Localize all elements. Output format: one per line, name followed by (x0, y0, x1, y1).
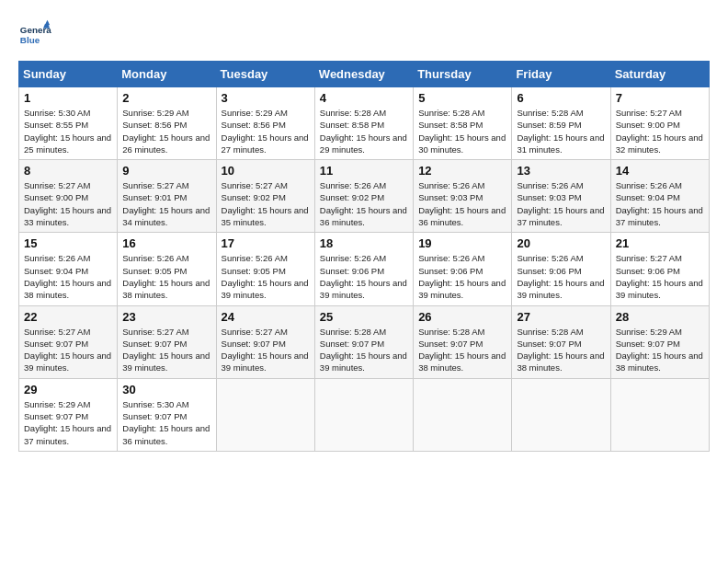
day-detail: Sunrise: 5:27 AMSunset: 9:07 PMDaylight:… (122, 327, 210, 373)
calendar-table: SundayMondayTuesdayWednesdayThursdayFrid… (18, 61, 710, 452)
calendar-cell: 3 Sunrise: 5:29 AMSunset: 8:56 PMDayligh… (216, 87, 314, 160)
header: General Blue (18, 18, 710, 52)
calendar-cell (216, 378, 314, 451)
day-number: 22 (24, 310, 112, 324)
calendar-cell: 17 Sunrise: 5:26 AMSunset: 9:05 PMDaylig… (216, 233, 314, 305)
day-detail: Sunrise: 5:28 AMSunset: 8:58 PMDaylight:… (418, 108, 506, 155)
weekday-header-saturday: Saturday (610, 62, 709, 87)
calendar-cell: 20 Sunrise: 5:26 AMSunset: 9:06 PMDaylig… (512, 233, 610, 305)
calendar-week-row: 15 Sunrise: 5:26 AMSunset: 9:04 PMDaylig… (19, 233, 710, 305)
calendar-cell: 6 Sunrise: 5:28 AMSunset: 8:59 PMDayligh… (512, 87, 610, 160)
weekday-header-sunday: Sunday (19, 62, 118, 87)
calendar-cell: 7 Sunrise: 5:27 AMSunset: 9:00 PMDayligh… (610, 87, 709, 160)
day-detail: Sunrise: 5:27 AMSunset: 9:02 PMDaylight:… (222, 180, 309, 227)
day-detail: Sunrise: 5:27 AMSunset: 9:07 PMDaylight:… (222, 327, 309, 373)
day-number: 27 (517, 310, 605, 324)
day-number: 30 (122, 383, 210, 396)
day-number: 7 (616, 91, 704, 105)
day-detail: Sunrise: 5:27 AMSunset: 9:07 PMDaylight:… (24, 327, 111, 373)
weekday-header-friday: Friday (512, 62, 610, 87)
day-number: 18 (320, 236, 408, 250)
calendar-cell: 11 Sunrise: 5:26 AMSunset: 9:02 PMDaylig… (314, 160, 413, 233)
calendar-cell: 29 Sunrise: 5:29 AMSunset: 9:07 PMDaylig… (19, 378, 118, 451)
calendar-cell: 28 Sunrise: 5:29 AMSunset: 9:07 PMDaylig… (610, 305, 709, 378)
day-detail: Sunrise: 5:28 AMSunset: 8:58 PMDaylight:… (320, 108, 407, 155)
day-detail: Sunrise: 5:29 AMSunset: 8:56 PMDaylight:… (122, 108, 210, 155)
calendar-cell: 4 Sunrise: 5:28 AMSunset: 8:58 PMDayligh… (314, 87, 413, 160)
day-detail: Sunrise: 5:29 AMSunset: 8:56 PMDaylight:… (222, 108, 309, 155)
calendar-cell: 24 Sunrise: 5:27 AMSunset: 9:07 PMDaylig… (216, 305, 314, 378)
day-detail: Sunrise: 5:27 AMSunset: 9:00 PMDaylight:… (616, 108, 703, 155)
calendar-week-row: 22 Sunrise: 5:27 AMSunset: 9:07 PMDaylig… (19, 305, 710, 378)
weekday-header-thursday: Thursday (414, 62, 512, 87)
calendar-cell: 12 Sunrise: 5:26 AMSunset: 9:03 PMDaylig… (414, 160, 512, 233)
day-number: 13 (517, 164, 605, 178)
day-number: 15 (24, 236, 112, 250)
day-number: 24 (222, 310, 310, 324)
day-number: 23 (122, 310, 210, 324)
day-number: 11 (320, 164, 408, 178)
calendar-cell: 13 Sunrise: 5:26 AMSunset: 9:03 PMDaylig… (512, 160, 610, 233)
day-number: 25 (320, 310, 408, 324)
day-number: 29 (24, 383, 112, 396)
calendar-cell: 1 Sunrise: 5:30 AMSunset: 8:55 PMDayligh… (19, 87, 118, 160)
calendar-cell: 22 Sunrise: 5:27 AMSunset: 9:07 PMDaylig… (19, 305, 118, 378)
day-detail: Sunrise: 5:28 AMSunset: 9:07 PMDaylight:… (320, 327, 407, 373)
weekday-header-tuesday: Tuesday (216, 62, 314, 87)
day-number: 6 (517, 91, 605, 105)
day-number: 3 (222, 91, 310, 105)
day-detail: Sunrise: 5:26 AMSunset: 9:06 PMDaylight:… (418, 253, 506, 300)
calendar-cell: 19 Sunrise: 5:26 AMSunset: 9:06 PMDaylig… (414, 233, 512, 305)
day-number: 16 (122, 236, 210, 250)
calendar-cell: 21 Sunrise: 5:27 AMSunset: 9:06 PMDaylig… (610, 233, 709, 305)
calendar-cell: 5 Sunrise: 5:28 AMSunset: 8:58 PMDayligh… (414, 87, 512, 160)
day-number: 26 (418, 310, 506, 324)
calendar-cell: 16 Sunrise: 5:26 AMSunset: 9:05 PMDaylig… (118, 233, 216, 305)
day-detail: Sunrise: 5:28 AMSunset: 9:07 PMDaylight:… (517, 327, 604, 373)
day-detail: Sunrise: 5:26 AMSunset: 9:06 PMDaylight:… (517, 253, 604, 300)
calendar-cell (314, 378, 413, 451)
day-detail: Sunrise: 5:26 AMSunset: 9:05 PMDaylight:… (122, 253, 210, 300)
day-detail: Sunrise: 5:30 AMSunset: 8:55 PMDaylight:… (24, 108, 111, 155)
day-number: 2 (122, 91, 210, 105)
logo-icon: General Blue (18, 18, 51, 52)
day-number: 28 (616, 310, 704, 324)
day-number: 17 (222, 236, 310, 250)
day-detail: Sunrise: 5:27 AMSunset: 9:00 PMDaylight:… (24, 180, 111, 227)
svg-text:Blue: Blue (20, 35, 40, 45)
calendar-week-row: 8 Sunrise: 5:27 AMSunset: 9:00 PMDayligh… (19, 160, 710, 233)
calendar-cell: 27 Sunrise: 5:28 AMSunset: 9:07 PMDaylig… (512, 305, 610, 378)
day-detail: Sunrise: 5:26 AMSunset: 9:03 PMDaylight:… (517, 180, 604, 227)
calendar-cell: 14 Sunrise: 5:26 AMSunset: 9:04 PMDaylig… (610, 160, 709, 233)
calendar-cell: 25 Sunrise: 5:28 AMSunset: 9:07 PMDaylig… (314, 305, 413, 378)
day-detail: Sunrise: 5:29 AMSunset: 9:07 PMDaylight:… (24, 399, 111, 446)
day-number: 5 (418, 91, 506, 105)
calendar-week-row: 29 Sunrise: 5:29 AMSunset: 9:07 PMDaylig… (19, 378, 710, 451)
weekday-header-monday: Monday (118, 62, 216, 87)
logo: General Blue (18, 18, 51, 52)
day-number: 4 (320, 91, 408, 105)
day-number: 10 (222, 164, 310, 178)
calendar-cell: 9 Sunrise: 5:27 AMSunset: 9:01 PMDayligh… (118, 160, 216, 233)
weekday-header-wednesday: Wednesday (314, 62, 413, 87)
day-number: 12 (418, 164, 506, 178)
calendar-cell: 15 Sunrise: 5:26 AMSunset: 9:04 PMDaylig… (19, 233, 118, 305)
day-number: 14 (616, 164, 704, 178)
day-number: 9 (122, 164, 210, 178)
day-detail: Sunrise: 5:29 AMSunset: 9:07 PMDaylight:… (616, 327, 703, 373)
calendar-cell (414, 378, 512, 451)
day-number: 20 (517, 236, 605, 250)
day-detail: Sunrise: 5:26 AMSunset: 9:06 PMDaylight:… (320, 253, 407, 300)
day-detail: Sunrise: 5:28 AMSunset: 9:07 PMDaylight:… (418, 327, 506, 373)
calendar-cell (512, 378, 610, 451)
day-detail: Sunrise: 5:26 AMSunset: 9:03 PMDaylight:… (418, 180, 506, 227)
calendar-cell: 30 Sunrise: 5:30 AMSunset: 9:07 PMDaylig… (118, 378, 216, 451)
day-detail: Sunrise: 5:28 AMSunset: 8:59 PMDaylight:… (517, 108, 604, 155)
calendar-cell: 2 Sunrise: 5:29 AMSunset: 8:56 PMDayligh… (118, 87, 216, 160)
day-number: 8 (24, 164, 112, 178)
calendar-cell: 26 Sunrise: 5:28 AMSunset: 9:07 PMDaylig… (414, 305, 512, 378)
calendar-cell: 18 Sunrise: 5:26 AMSunset: 9:06 PMDaylig… (314, 233, 413, 305)
day-detail: Sunrise: 5:26 AMSunset: 9:04 PMDaylight:… (24, 253, 111, 300)
day-number: 19 (418, 236, 506, 250)
calendar-cell (610, 378, 709, 451)
